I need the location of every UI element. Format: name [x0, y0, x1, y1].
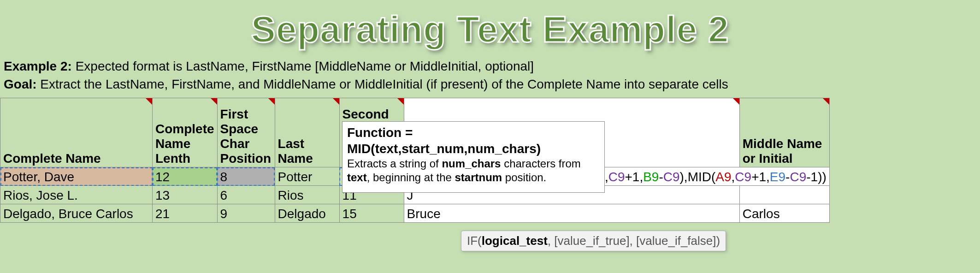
page-title: Separating Text Example 2	[0, 0, 980, 51]
example-text: Expected format is LastName, FirstName […	[72, 59, 534, 73]
cell[interactable]: 13	[153, 186, 218, 204]
cell-b9[interactable]: 12	[153, 167, 218, 186]
tooltip-text: Extracts a string of	[347, 157, 442, 170]
table-row: Delgado, Bruce Carlos 21 9 Delgado 15 Br…	[0, 204, 830, 223]
example-line: Example 2: Expected format is LastName, …	[4, 57, 976, 75]
tooltip-text: , beginning at the	[367, 171, 455, 184]
cell[interactable]: Rios, Jose L.	[0, 186, 153, 204]
formula-minus: -	[659, 170, 663, 184]
tooltip-bold: num_chars	[442, 157, 501, 170]
ref-c9: C9	[608, 170, 625, 184]
goal-text: Extract the LastName, FirstName, and Mid…	[37, 77, 728, 91]
header-len[interactable]: Complete Name Lenth	[153, 98, 218, 167]
tooltip-line1a: Function =	[347, 125, 600, 141]
formula-plus1: +1	[751, 170, 766, 184]
cell-c9[interactable]: 8	[217, 167, 275, 186]
formula-end: -1))	[806, 170, 827, 184]
description-block: Example 2: Expected format is LastName, …	[0, 51, 980, 93]
formula-part: ),MID(	[680, 170, 716, 184]
ref-c9: C9	[735, 170, 751, 184]
header-middle[interactable]: Middle Name or Initial	[739, 98, 829, 167]
goal-line: Goal: Extract the LastName, FirstName, a…	[4, 75, 976, 93]
tooltip-text: characters from	[501, 157, 580, 170]
tooltip-line2: Extracts a string of num_chars character…	[347, 157, 600, 184]
cell[interactable]: Delgado, Bruce Carlos	[0, 204, 153, 223]
header-first-space[interactable]: First Space Char Position	[217, 98, 275, 167]
ref-c9: C9	[663, 170, 680, 184]
hint-arg-bold[interactable]: logical_test	[482, 234, 548, 248]
cell[interactable]: Carlos	[739, 204, 829, 223]
cell-a9[interactable]: Potter, Dave	[0, 167, 153, 186]
ref-e9: E9	[770, 170, 785, 184]
formula-hint-tooltip[interactable]: IF(logical_test, [value_if_true], [value…	[461, 231, 726, 251]
formula-comma: ,	[639, 170, 643, 184]
comment-tooltip: Function = MID(text,start_num,num_chars)…	[342, 121, 605, 193]
ref-c9: C9	[790, 170, 806, 184]
header-last[interactable]: Last Name	[275, 98, 339, 167]
tooltip-line1b: MID(text,start_num,num_chars)	[347, 141, 600, 157]
cell[interactable]	[739, 186, 829, 204]
cell[interactable]: Rios	[275, 186, 339, 204]
formula-comma: ,	[605, 170, 608, 184]
tooltip-bold: startnum	[455, 171, 502, 184]
hint-fn: IF(	[467, 234, 482, 248]
ref-a9: A9	[715, 170, 731, 184]
tooltip-bold: text	[347, 171, 367, 184]
formula-comma: ,	[766, 170, 770, 184]
cell[interactable]: 9	[217, 204, 275, 223]
cell[interactable]: Delgado	[275, 204, 339, 223]
ref-b9: B9	[643, 170, 659, 184]
cell[interactable]: 6	[217, 186, 275, 204]
cell[interactable]: 21	[153, 204, 218, 223]
hint-rest: , [value_if_true], [value_if_false])	[548, 234, 720, 248]
example-label: Example 2:	[4, 59, 72, 73]
cell[interactable]: 15	[339, 204, 404, 223]
header-complete-name[interactable]: Complete Name	[0, 98, 153, 167]
cell-d9[interactable]: Potter	[275, 167, 339, 186]
tooltip-text: position.	[502, 171, 546, 184]
cell[interactable]: Bruce	[404, 204, 739, 223]
goal-label: Goal:	[4, 77, 37, 91]
formula-plus1: +1	[625, 170, 639, 184]
